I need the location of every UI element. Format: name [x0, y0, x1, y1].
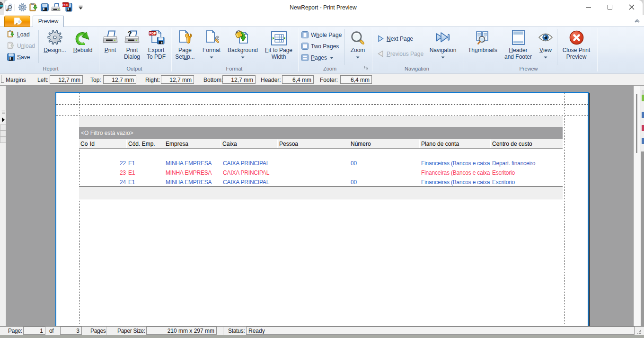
- svg-text:?: ?: [128, 30, 132, 37]
- svg-text:PDF: PDF: [62, 3, 69, 7]
- svg-text:PDF: PDF: [150, 32, 157, 35]
